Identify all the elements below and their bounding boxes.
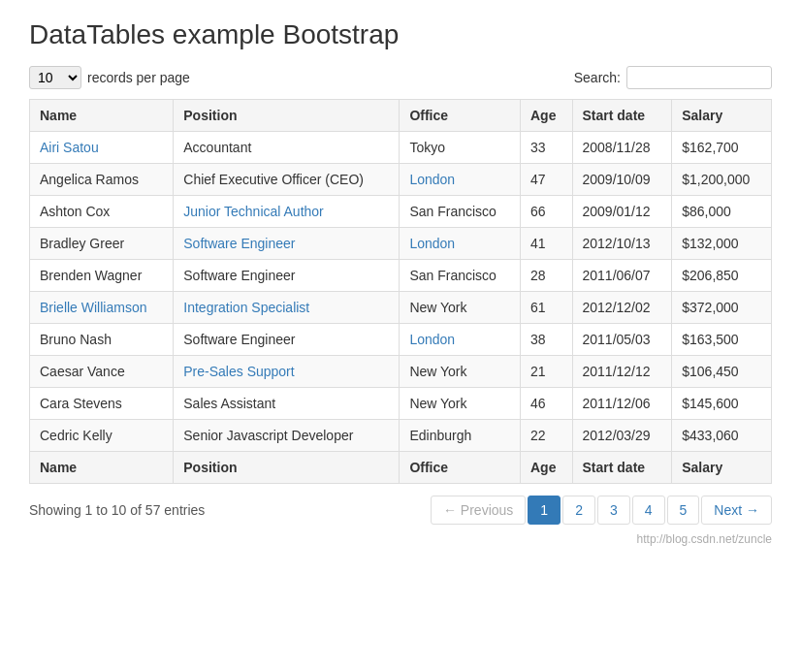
col-footer-position: Position (174, 452, 400, 484)
page-title: DataTables example Bootstrap (29, 19, 772, 50)
cell-position[interactable]: Software Engineer (174, 228, 400, 260)
cell-salary: $106,450 (672, 356, 772, 388)
cell-age: 47 (521, 164, 573, 196)
cell-name: Cara Stevens (30, 388, 174, 420)
cell-age: 61 (521, 292, 573, 324)
col-header-start-date[interactable]: Start date (572, 100, 672, 132)
cell-position: Software Engineer (174, 324, 400, 356)
pagination-page-3[interactable]: 3 (597, 496, 630, 525)
table-row: Brenden WagnerSoftware EngineerSan Franc… (30, 260, 772, 292)
cell-start_date: 2011/12/12 (572, 356, 672, 388)
table-footer-row: Name Position Office Age Start date Sala… (30, 452, 772, 484)
cell-position: Senior Javascript Developer (174, 420, 400, 452)
col-footer-salary: Salary (672, 452, 772, 484)
col-footer-name: Name (30, 452, 174, 484)
records-per-page-select[interactable]: 10 25 50 100 (29, 66, 81, 89)
top-controls: 10 25 50 100 records per page Search: (29, 66, 772, 89)
table-row: Brielle WilliamsonIntegration Specialist… (30, 292, 772, 324)
cell-position[interactable]: Pre-Sales Support (174, 356, 400, 388)
cell-office: New York (400, 292, 521, 324)
cell-age: 22 (521, 420, 573, 452)
cell-name[interactable]: Brielle Williamson (30, 292, 174, 324)
cell-name: Brenden Wagner (30, 260, 174, 292)
cell-office[interactable]: London (400, 164, 521, 196)
cell-salary: $163,500 (672, 324, 772, 356)
cell-age: 21 (521, 356, 573, 388)
cell-position: Accountant (174, 132, 400, 164)
watermark: http://blog.csdn.net/zuncle (29, 532, 772, 546)
bottom-controls: Showing 1 to 10 of 57 entries ← Previous… (29, 496, 772, 525)
cell-name: Bruno Nash (30, 324, 174, 356)
cell-age: 38 (521, 324, 573, 356)
cell-name: Angelica Ramos (30, 164, 174, 196)
cell-salary: $132,000 (672, 228, 772, 260)
cell-name: Cedric Kelly (30, 420, 174, 452)
cell-age: 41 (521, 228, 573, 260)
showing-info: Showing 1 to 10 of 57 entries (29, 502, 205, 518)
cell-age: 46 (521, 388, 573, 420)
pagination-page-4[interactable]: 4 (632, 496, 665, 525)
cell-position: Chief Executive Officer (CEO) (174, 164, 400, 196)
table-row: Bradley GreerSoftware EngineerLondon4120… (30, 228, 772, 260)
col-header-age[interactable]: Age (521, 100, 573, 132)
cell-age: 28 (521, 260, 573, 292)
cell-office: Tokyo (400, 132, 521, 164)
cell-name: Bradley Greer (30, 228, 174, 260)
cell-office: San Francisco (400, 196, 521, 228)
cell-salary: $206,850 (672, 260, 772, 292)
cell-start_date: 2011/06/07 (572, 260, 672, 292)
table-row: Caesar VancePre-Sales SupportNew York212… (30, 356, 772, 388)
cell-salary: $162,700 (672, 132, 772, 164)
col-header-name[interactable]: Name (30, 100, 174, 132)
table-header-row: Name Position Office Age Start date Sala… (30, 100, 772, 132)
col-footer-start-date: Start date (572, 452, 672, 484)
cell-age: 66 (521, 196, 573, 228)
pagination-page-5[interactable]: 5 (667, 496, 700, 525)
col-footer-office: Office (400, 452, 521, 484)
col-header-position[interactable]: Position (174, 100, 400, 132)
cell-start_date: 2012/12/02 (572, 292, 672, 324)
cell-start_date: 2012/03/29 (572, 420, 672, 452)
pagination: ← Previous 1 2 3 4 5 Next → (431, 496, 772, 525)
cell-name[interactable]: Airi Satou (30, 132, 174, 164)
table-row: Bruno NashSoftware EngineerLondon382011/… (30, 324, 772, 356)
cell-start_date: 2012/10/13 (572, 228, 672, 260)
cell-salary: $145,600 (672, 388, 772, 420)
cell-office[interactable]: London (400, 324, 521, 356)
pagination-previous[interactable]: ← Previous (431, 496, 526, 525)
search-label: Search: (574, 70, 621, 85)
cell-salary: $86,000 (672, 196, 772, 228)
pagination-next[interactable]: Next → (701, 496, 772, 525)
data-table: Name Position Office Age Start date Sala… (29, 99, 772, 484)
table-row: Cedric KellySenior Javascript DeveloperE… (30, 420, 772, 452)
cell-name: Caesar Vance (30, 356, 174, 388)
cell-position: Sales Assistant (174, 388, 400, 420)
search-box: Search: (574, 66, 772, 89)
search-input[interactable] (626, 66, 772, 89)
cell-start_date: 2009/10/09 (572, 164, 672, 196)
cell-salary: $1,200,000 (672, 164, 772, 196)
cell-office: Edinburgh (400, 420, 521, 452)
cell-position[interactable]: Integration Specialist (174, 292, 400, 324)
table-row: Ashton CoxJunior Technical AuthorSan Fra… (30, 196, 772, 228)
cell-position: Software Engineer (174, 260, 400, 292)
table-row: Angelica RamosChief Executive Officer (C… (30, 164, 772, 196)
cell-office: New York (400, 356, 521, 388)
cell-name: Ashton Cox (30, 196, 174, 228)
cell-office: New York (400, 388, 521, 420)
cell-age: 33 (521, 132, 573, 164)
col-header-office[interactable]: Office (400, 100, 521, 132)
cell-start_date: 2011/05/03 (572, 324, 672, 356)
cell-start_date: 2009/01/12 (572, 196, 672, 228)
pagination-page-1[interactable]: 1 (528, 496, 561, 525)
cell-office: San Francisco (400, 260, 521, 292)
col-footer-age: Age (521, 452, 573, 484)
cell-office[interactable]: London (400, 228, 521, 260)
pagination-page-2[interactable]: 2 (562, 496, 595, 525)
cell-start_date: 2011/12/06 (572, 388, 672, 420)
cell-salary: $372,000 (672, 292, 772, 324)
cell-start_date: 2008/11/28 (572, 132, 672, 164)
col-header-salary[interactable]: Salary (672, 100, 772, 132)
cell-salary: $433,060 (672, 420, 772, 452)
cell-position[interactable]: Junior Technical Author (174, 196, 400, 228)
